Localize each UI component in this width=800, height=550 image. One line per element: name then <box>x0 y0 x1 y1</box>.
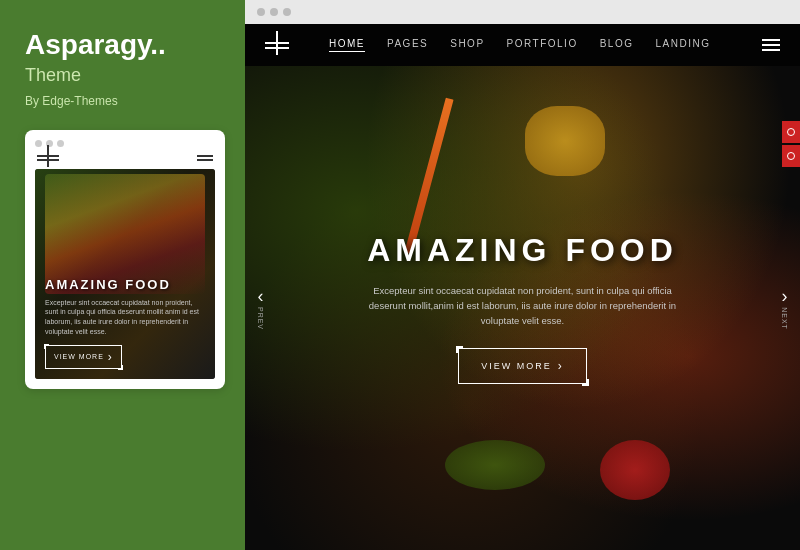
mobile-preview-card: AMAZING FOOD Excepteur sint occaecat cup… <box>25 130 225 389</box>
mobile-nav <box>35 155 215 161</box>
side-tab-2[interactable] <box>782 145 800 167</box>
side-tab-icon-1 <box>787 128 795 136</box>
theme-subtitle: Theme <box>25 65 225 86</box>
mobile-hero-content: AMAZING FOOD Excepteur sint occaecat cup… <box>45 277 205 369</box>
mobile-btn-arrow: › <box>108 350 113 364</box>
browser-dot-2 <box>270 8 278 16</box>
food-red-decoration <box>600 440 670 500</box>
logo-line-cross <box>37 155 59 157</box>
mobile-hamburger[interactable] <box>197 155 213 161</box>
nav-items: HOME PAGES SHOP PORTFOLIO BLOG LANDING <box>329 38 762 52</box>
nav-hamburger-menu[interactable] <box>762 39 780 51</box>
prev-arrow[interactable]: ‹ Prev <box>257 286 264 330</box>
mobile-logo-icon <box>37 155 59 161</box>
hamburger-line-1 <box>197 155 213 157</box>
logo-cross-line <box>265 42 289 44</box>
prev-arrow-symbol: ‹ <box>258 286 264 307</box>
prev-arrow-label: Prev <box>257 307 264 330</box>
theme-author: By Edge-Themes <box>25 94 225 108</box>
mobile-hero-title: AMAZING FOOD <box>45 277 205 292</box>
hero-view-more-button[interactable]: VIEW MORE › <box>458 348 587 384</box>
next-arrow-label: Next <box>781 307 788 330</box>
hero-area: ‹ Prev › Next AMAZING FOOD Excepteur sin… <box>245 66 800 550</box>
next-arrow[interactable]: › Next <box>781 286 788 330</box>
hero-btn-arrow: › <box>558 359 564 373</box>
sidebar: Asparagу.. Theme By Edge-Themes AMAZING … <box>0 0 245 550</box>
dot-3 <box>57 140 64 147</box>
nav-ham-line-1 <box>762 39 780 41</box>
hero-btn-corner-tl <box>456 346 463 353</box>
logo-line-bottom <box>37 159 59 161</box>
mobile-hero-text: Excepteur sint occaecat cupidatat non pr… <box>45 298 205 337</box>
website-preview: HOME PAGES SHOP PORTFOLIO BLOG LANDING <box>245 24 800 550</box>
hamburger-line-2 <box>197 159 213 161</box>
food-yellow-decoration <box>525 106 605 176</box>
nav-item-pages[interactable]: PAGES <box>387 38 428 52</box>
btn-corner-br <box>118 365 123 370</box>
side-tab-icon-2 <box>787 152 795 160</box>
browser-chrome-bar <box>245 0 800 24</box>
hero-content: AMAZING FOOD Excepteur sint occaecat cup… <box>363 232 683 385</box>
nav-ham-line-3 <box>762 49 780 51</box>
mobile-dots <box>35 140 215 147</box>
nav-item-blog[interactable]: BLOG <box>600 38 634 52</box>
dot-1 <box>35 140 42 147</box>
mobile-view-more-label: VIEW MORE <box>54 353 104 360</box>
nav-item-landing[interactable]: LANDING <box>655 38 710 52</box>
food-green-decoration <box>445 440 545 490</box>
nav-item-portfolio[interactable]: PORTFOLIO <box>507 38 578 52</box>
nav-ham-line-2 <box>762 44 780 46</box>
hero-subtitle: Excepteur sint occaecat cupidatat non pr… <box>363 283 683 329</box>
theme-title: Asparagу.. <box>25 30 225 61</box>
next-arrow-symbol: › <box>782 286 788 307</box>
mobile-hero: AMAZING FOOD Excepteur sint occaecat cup… <box>35 169 215 379</box>
hero-btn-corner-br <box>582 379 589 386</box>
main-area: HOME PAGES SHOP PORTFOLIO BLOG LANDING <box>245 0 800 550</box>
logo-bottom-line <box>265 47 289 49</box>
website-logo <box>265 42 289 49</box>
hero-title: AMAZING FOOD <box>363 232 683 269</box>
nav-item-shop[interactable]: SHOP <box>450 38 484 52</box>
side-tab-1[interactable] <box>782 121 800 143</box>
browser-dot-1 <box>257 8 265 16</box>
browser-dot-3 <box>283 8 291 16</box>
website-nav: HOME PAGES SHOP PORTFOLIO BLOG LANDING <box>245 24 800 66</box>
side-tabs <box>782 121 800 167</box>
btn-corner-tl <box>44 344 49 349</box>
hero-view-more-label: VIEW MORE <box>481 361 552 371</box>
mobile-view-more-button[interactable]: VIEW MORE › <box>45 345 122 369</box>
nav-item-home[interactable]: HOME <box>329 38 365 52</box>
